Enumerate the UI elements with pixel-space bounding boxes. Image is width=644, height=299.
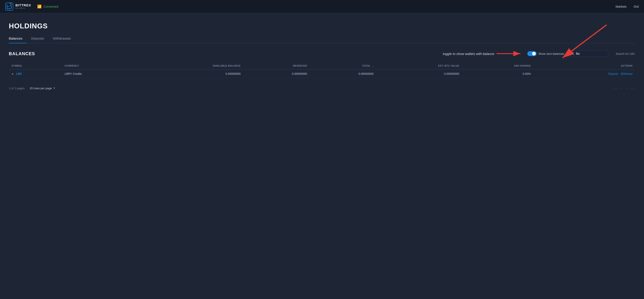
table-header-row: SYMBOL CURRENCY AVAILABLE BALANCE RESERV… [9, 62, 635, 69]
cell-available-balance: 0.00000000 [135, 69, 243, 78]
col-24h-change: 24H CHANGE [462, 62, 533, 69]
pages-text: 1 of 1 pages [9, 87, 25, 90]
annotation-text: toggle to show wallets with balance [443, 52, 494, 56]
tab-deposits[interactable]: Deposits [31, 35, 48, 43]
cell-reserved: 0.00000000 [243, 69, 310, 78]
col-actions: ACTIONS [534, 62, 635, 69]
col-est-btc: EST. BTC VALUE [376, 62, 462, 69]
table-row: ► LBC LBRY Credits 0.00000000 0.00000000… [9, 69, 635, 78]
sort-icon: ↓ [372, 64, 374, 67]
cell-24h-change: 0.00% [462, 69, 533, 78]
pagination-controls: «« ‹ › »» [613, 86, 635, 91]
search-input[interactable] [576, 52, 602, 55]
tab-withdrawals[interactable]: Withdrawals [53, 35, 75, 43]
col-available-balance: AVAILABLE BALANCE [135, 62, 243, 69]
cell-symbol: ► LBC [9, 69, 62, 78]
pagination-divider: | [27, 87, 28, 90]
wifi-icon: 📶 [37, 4, 42, 8]
tab-balances[interactable]: Balances [9, 35, 27, 43]
rows-chevron-icon: ▼ [53, 87, 56, 90]
deposit-button[interactable]: Deposit [608, 72, 618, 75]
search-label-area: Search for LBC [612, 52, 635, 55]
prev-page-button[interactable]: ‹ [620, 86, 623, 91]
pagination-left: 1 of 1 pages | 20 rows per page ▼ [9, 87, 56, 90]
search-icon: 🔍 [571, 52, 575, 55]
rows-per-page-label: 20 rows per page [30, 87, 52, 90]
first-page-button[interactable]: «« [613, 86, 618, 91]
col-symbol: SYMBOL [9, 62, 62, 69]
col-total[interactable]: TOTAL ↓ [310, 62, 376, 69]
symbol-link[interactable]: LBC [16, 72, 22, 75]
expand-icon[interactable]: ► [12, 72, 14, 75]
rows-per-page-selector[interactable]: 20 rows per page ▼ [30, 87, 56, 90]
table-header: SYMBOL CURRENCY AVAILABLE BALANCE RESERV… [9, 62, 635, 69]
toggle-label: Show zero balances [538, 52, 564, 55]
table-body: ► LBC LBRY Credits 0.00000000 0.00000000… [9, 69, 635, 78]
toggle-container: Show zero balances [527, 51, 564, 56]
withdraw-button[interactable]: Withdraw [621, 72, 632, 75]
search-for-label: Search for LBC [616, 52, 635, 55]
balances-header: BALANCES toggle to show wallets with bal… [9, 50, 635, 57]
cell-currency: LBRY Credits [62, 69, 135, 78]
app-header: BITTREX GLOBAL 📶 Connected Markets Ord [0, 0, 644, 13]
col-currency: CURRENCY [62, 62, 135, 69]
next-page-button[interactable]: › [625, 86, 628, 91]
col-reserved: RESERVED [243, 62, 310, 69]
connection-status: 📶 Connected [37, 4, 58, 8]
page-content: HOLDINGS Balances Deposits Withdrawals B… [0, 13, 644, 94]
balances-table: SYMBOL CURRENCY AVAILABLE BALANCE RESERV… [9, 62, 635, 78]
cell-actions: Deposit Withdraw [534, 69, 635, 78]
nav-markets[interactable]: Markets [616, 5, 626, 8]
page-title: HOLDINGS [9, 22, 635, 30]
pagination-row: 1 of 1 pages | 20 rows per page ▼ «« ‹ ›… [9, 83, 635, 94]
logo-bittrex: BITTREX [16, 3, 31, 7]
connection-label: Connected [43, 5, 58, 8]
last-page-button[interactable]: »» [630, 86, 635, 91]
search-box: 🔍 [568, 50, 608, 57]
bittrex-logo-icon [5, 3, 13, 10]
cell-total: 0.00000000 [310, 69, 376, 78]
cell-est-btc: 0.00000000 [376, 69, 462, 78]
logo-text: BITTREX GLOBAL [16, 3, 31, 9]
balances-title: BALANCES [9, 51, 35, 56]
tabs-bar: Balances Deposits Withdrawals [9, 34, 635, 43]
nav-orders[interactable]: Ord [634, 5, 639, 8]
logo-area: BITTREX GLOBAL [5, 3, 31, 10]
logo-global: GLOBAL [16, 7, 31, 9]
zero-balances-toggle[interactable] [527, 51, 536, 56]
nav-right: Markets Ord [616, 5, 639, 8]
annotation-arrow [496, 50, 523, 57]
balances-controls: toggle to show wallets with balance [443, 50, 635, 57]
